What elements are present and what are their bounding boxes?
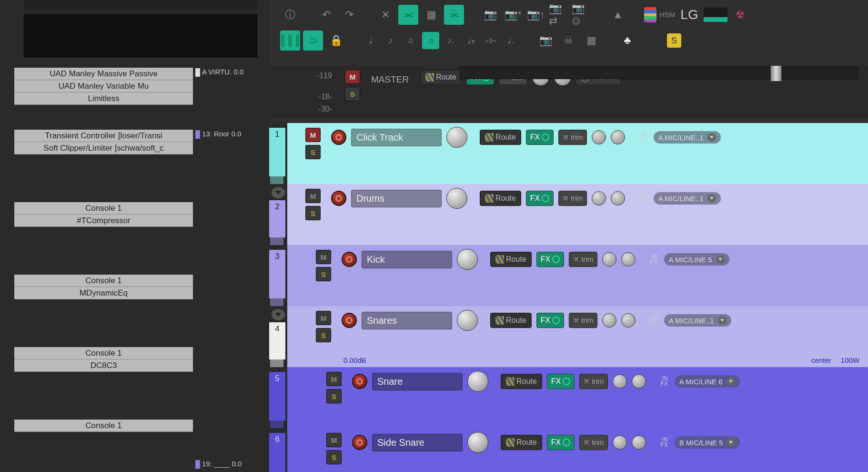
track-handle-icon[interactable]	[270, 236, 283, 245]
track-pan-knob[interactable]	[602, 313, 616, 328]
track-fx-button[interactable]: FX	[536, 252, 564, 267]
master-solo-button[interactable]: S	[345, 87, 360, 101]
camera-up-icon[interactable]: 📷↑	[526, 5, 546, 25]
chevron-down-icon[interactable]	[716, 255, 725, 264]
track-trim-button[interactable]: ⤱ trim	[558, 191, 587, 206]
chevron-down-icon[interactable]	[727, 438, 735, 447]
track-route-button[interactable]: Route	[501, 374, 542, 389]
track-solo-button[interactable]: S	[316, 267, 331, 281]
track-input-selector[interactable]: A MIC/LINE 5	[664, 253, 729, 266]
track-fx-button[interactable]: FX	[547, 435, 575, 450]
note-6-icon[interactable]: ♩₃	[462, 32, 479, 49]
track-number[interactable]: 3	[269, 250, 285, 298]
track-width-knob[interactable]	[632, 435, 646, 450]
track-pan-knob[interactable]	[592, 130, 606, 144]
camera-save-icon[interactable]: 📷	[535, 31, 555, 51]
track-trim-button[interactable]: ⤱ trim	[579, 435, 608, 450]
camera-disk-icon[interactable]: 📷⊙	[572, 5, 592, 25]
fx-slot[interactable]: Transient Controller [loser/Transi	[14, 130, 193, 142]
track-input-selector[interactable]: A MIC/LINE..1	[654, 131, 721, 144]
fx-chain-meta[interactable]: A VIRTU. 0.0	[195, 68, 262, 77]
magnet-icon[interactable]: ⊃	[303, 31, 323, 51]
track-route-button[interactable]: Route	[480, 191, 521, 206]
track-mute-button[interactable]: M	[316, 311, 331, 325]
track-route-button[interactable]: Route	[490, 252, 532, 267]
track-trim-button[interactable]: ⤱ trim	[558, 130, 587, 145]
link-icon[interactable]: ⫘	[398, 5, 418, 25]
fx-slot[interactable]: MDynamicEq	[14, 287, 193, 299]
metronome-icon[interactable]: ▲	[608, 5, 628, 25]
fx-slot[interactable]: DC8C3	[14, 359, 193, 372]
chevron-down-icon[interactable]	[707, 133, 716, 142]
track-input-selector[interactable]: A MIC/LINE..1	[664, 314, 731, 327]
track-route-button[interactable]: Route	[501, 435, 542, 450]
track-width-knob[interactable]	[611, 130, 625, 144]
undo-icon[interactable]: ↶	[316, 5, 336, 25]
chevron-down-icon[interactable]	[707, 194, 716, 203]
fx-slot[interactable]: Soft Clipper/Limiter [schwa/soft_c	[14, 142, 193, 154]
fx-slot[interactable]: #TCompressor	[14, 215, 193, 227]
track-name-field[interactable]: Snares	[362, 312, 452, 329]
track-mute-button[interactable]: M	[305, 189, 321, 203]
track-name-field[interactable]: Kick	[362, 251, 452, 268]
track-volume-knob[interactable]	[467, 371, 488, 392]
track-trim-button[interactable]: ⤱ trim	[579, 374, 608, 389]
calendar-icon[interactable]: ▦	[581, 31, 601, 51]
hsm-meter-icon[interactable]	[644, 7, 656, 22]
track-name-field[interactable]: Snare	[372, 373, 463, 390]
track-input-selector[interactable]: A MIC/LINE..1	[654, 192, 721, 205]
note-2-icon[interactable]: ♪	[382, 32, 399, 49]
master-fader-handle[interactable]	[770, 65, 782, 82]
record-arm-button[interactable]	[342, 313, 357, 328]
track-pan-knob[interactable]	[613, 374, 627, 389]
fx-slot[interactable]: Console 1	[14, 202, 193, 215]
record-arm-button[interactable]	[352, 435, 367, 450]
track-number[interactable]: 6	[269, 433, 285, 472]
track-mute-button[interactable]: M	[326, 372, 342, 386]
s-toggle[interactable]: S	[667, 33, 681, 48]
track-fx-button[interactable]: FX	[526, 191, 554, 206]
lock-icon[interactable]: 🔒	[326, 31, 346, 51]
nuclear-icon[interactable]: ☢	[730, 5, 750, 25]
track-width-knob[interactable]	[632, 374, 646, 389]
redo-icon[interactable]: ↷	[339, 5, 359, 25]
track-solo-button[interactable]: S	[326, 450, 342, 464]
info-icon[interactable]: ⓘ	[280, 5, 300, 25]
triplet-icon[interactable]: ⌐3¬	[482, 32, 499, 49]
fold-button[interactable]	[272, 187, 285, 198]
grid-lines-icon[interactable]: ║║║	[280, 31, 300, 51]
camera-swap-icon[interactable]: 📷⇄	[549, 5, 569, 25]
track-volume-knob[interactable]	[457, 249, 478, 270]
track-route-button[interactable]: Route	[490, 313, 532, 328]
note-4-icon[interactable]: ♬	[422, 32, 439, 49]
fold-button[interactable]	[272, 309, 285, 320]
record-arm-button[interactable]	[331, 130, 346, 145]
shuffle-icon[interactable]: ✕	[375, 5, 395, 25]
track-fx-button[interactable]: FX	[526, 130, 554, 145]
camera1-icon[interactable]: 📷	[480, 5, 500, 25]
chevron-down-icon[interactable]	[718, 316, 727, 325]
track-input-selector[interactable]: B MIC/LINE 5	[675, 436, 740, 449]
track-name-field[interactable]: Click Track	[351, 129, 442, 146]
fx-slot[interactable]: Console 1	[14, 347, 193, 359]
track-route-button[interactable]: Route	[480, 130, 521, 145]
clubs-icon[interactable]: ♣	[617, 31, 637, 51]
track-trim-button[interactable]: ⤱ trim	[569, 313, 597, 328]
track-number[interactable]: 5	[269, 372, 285, 421]
track-handle-icon[interactable]	[270, 359, 283, 367]
track-width-knob[interactable]	[621, 252, 636, 267]
master-mute-button[interactable]: M	[345, 70, 360, 84]
track-handle-icon[interactable]	[270, 298, 283, 306]
note-1-icon[interactable]: ♩	[362, 32, 379, 49]
master-fader[interactable]	[460, 67, 858, 79]
track-pan-knob[interactable]	[592, 191, 606, 205]
track-fx-button[interactable]: FX	[536, 313, 564, 328]
track-fx-button[interactable]: FX	[547, 374, 575, 389]
track-mute-button[interactable]: M	[305, 128, 321, 142]
track-solo-button[interactable]: S	[326, 389, 342, 403]
routing-icon[interactable]: ⫘̂	[444, 5, 464, 25]
track-solo-button[interactable]: S	[305, 145, 321, 159]
track-trim-button[interactable]: ⤱ trim	[569, 252, 597, 267]
track-volume-knob[interactable]	[457, 310, 478, 331]
skull-icon[interactable]: ☠	[558, 31, 578, 51]
